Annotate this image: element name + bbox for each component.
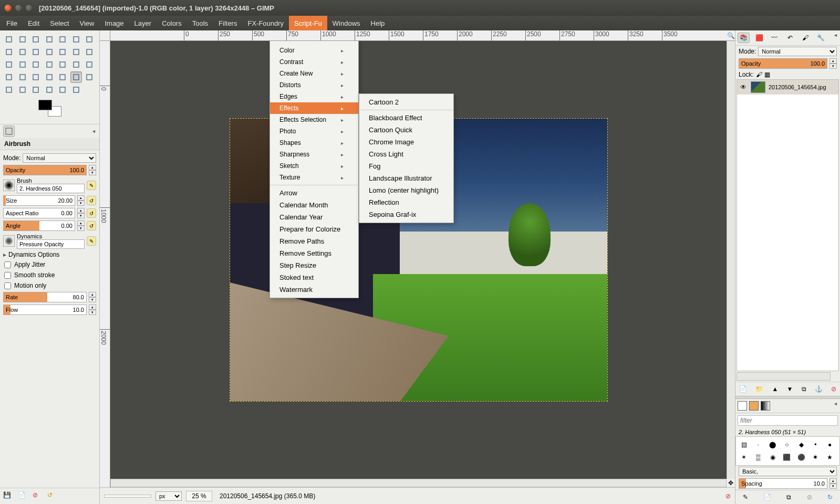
quickmask-toggle[interactable]: [100, 479, 110, 487]
menuitem-cartoon[interactable]: Cartoon 2: [359, 96, 453, 108]
menu-tools[interactable]: Tools: [187, 16, 213, 30]
smudge-icon[interactable]: [57, 84, 68, 96]
menuitem-lomocenterhighlight[interactable]: Lomo (center highlight): [359, 184, 453, 196]
menu-filters[interactable]: Filters: [213, 16, 242, 30]
menu-fxfoundry[interactable]: FX-Foundry: [242, 16, 289, 30]
paths-icon[interactable]: [3, 46, 15, 58]
menuitem-shapes[interactable]: Shapes▸: [270, 137, 358, 149]
menuitem-cartoonquick[interactable]: Cartoon Quick: [359, 124, 453, 136]
menuitem-distorts[interactable]: Distorts▸: [270, 79, 358, 91]
menuitem-crosslight[interactable]: Cross Light: [359, 148, 453, 160]
size-slider[interactable]: Size 20.00: [3, 195, 75, 206]
bucket-fill-icon[interactable]: [3, 71, 15, 83]
layers-tab-icon[interactable]: 📚: [738, 33, 750, 43]
menu-colors[interactable]: Colors: [157, 16, 187, 30]
delete-layer-icon[interactable]: ⊘: [831, 385, 836, 393]
menuitem-reflection[interactable]: Reflection: [359, 196, 453, 208]
aspect-ratio-slider[interactable]: Aspect Ratio 0.00: [3, 208, 75, 218]
menu-image[interactable]: Image: [99, 16, 129, 30]
duplicate-layer-icon[interactable]: ⧉: [802, 385, 806, 393]
new-layer-icon[interactable]: 📄: [739, 385, 747, 393]
paths-tab-icon[interactable]: 〰: [769, 33, 781, 43]
flow-spinner[interactable]: ▴▾: [89, 304, 96, 315]
menuitem-edges[interactable]: Edges▸: [270, 91, 358, 102]
eraser-icon[interactable]: [57, 71, 68, 83]
ink-icon[interactable]: [84, 71, 95, 83]
menuitem-removesettings[interactable]: Remove Settings: [270, 247, 358, 259]
mode-select[interactable]: Normal: [23, 153, 96, 163]
menuitem-sharpness[interactable]: Sharpness▸: [270, 149, 358, 160]
menuitem-landscapeillustrator[interactable]: Landscape Illustrator: [359, 172, 453, 184]
channels-tab-icon[interactable]: 🟥: [753, 33, 765, 43]
menu-scriptfu[interactable]: Script-Fu: [289, 16, 327, 30]
menu-windows[interactable]: Windows: [327, 16, 366, 30]
rect-select-icon[interactable]: [3, 34, 15, 45]
brush-filter-input[interactable]: [738, 415, 838, 426]
angle-reset-button[interactable]: ↺: [87, 221, 96, 230]
menuitem-chromeimage[interactable]: Chrome Image: [359, 136, 453, 148]
menuitem-effects[interactable]: Effects▸: [270, 102, 358, 114]
new-brush-icon[interactable]: 📄: [763, 494, 771, 501]
zoom-fit-icon[interactable]: 🔍: [727, 30, 735, 41]
menuitem-createnew[interactable]: Create New▸: [270, 68, 358, 79]
duplicate-brush-icon[interactable]: ⧉: [786, 494, 791, 501]
pencil-icon[interactable]: [30, 71, 42, 83]
zoom-icon[interactable]: [30, 46, 42, 58]
brush-thumb[interactable]: ▒: [752, 452, 764, 463]
foreground-select-icon[interactable]: [84, 34, 95, 45]
brush-edit-button[interactable]: ✎: [87, 181, 96, 190]
gradients-tab[interactable]: [761, 401, 770, 411]
brush-thumb[interactable]: ◉: [767, 452, 779, 463]
horizontal-ruler[interactable]: 0250500750100012501500175020002250250027…: [110, 30, 727, 41]
window-maximize-button[interactable]: [25, 4, 33, 12]
menu-layer[interactable]: Layer: [129, 16, 157, 30]
dynamics-options-expander[interactable]: ▸ Dynamics Options: [3, 250, 96, 259]
color-picker-icon[interactable]: [17, 46, 28, 58]
heal-icon[interactable]: [17, 84, 28, 96]
dynamics-edit-button[interactable]: ✎: [87, 236, 96, 246]
menuitem-effectsselection[interactable]: Effects Selection▸: [270, 114, 358, 125]
menuitem-calendarmonth[interactable]: Calendar Month: [270, 199, 358, 211]
dodge-icon[interactable]: [70, 84, 82, 96]
layer-opacity-spinner[interactable]: ▴▾: [829, 58, 837, 69]
spacing-slider[interactable]: Spacing 10.0: [739, 478, 827, 489]
menuitem-sepoinagrafix[interactable]: Sepoina Graf-ix: [359, 208, 453, 220]
brushes-tab[interactable]: [738, 401, 747, 411]
brush-thumb[interactable]: ○: [781, 439, 793, 450]
brush-grid[interactable]: ▤·⬤○◆•●✶▒◉⬛⚫✷★: [735, 436, 840, 466]
layer-mode-select[interactable]: Normal: [758, 47, 837, 56]
brush-name-field[interactable]: 2. Hardness 050: [17, 184, 85, 193]
ruler-corner[interactable]: [100, 30, 110, 41]
brush-thumb[interactable]: ✶: [738, 452, 750, 463]
rate-slider[interactable]: Rate 80.0: [3, 292, 87, 302]
layer-visibility-icon[interactable]: 👁: [740, 83, 748, 91]
paintbrush-icon[interactable]: [44, 71, 55, 83]
airbrush-icon[interactable]: [70, 71, 82, 83]
menuitem-artist[interactable]: Artist▸: [270, 41, 358, 45]
foreground-color[interactable]: [38, 100, 52, 110]
tool-options-tab-icon[interactable]: [3, 125, 15, 137]
color-swatch[interactable]: [38, 100, 61, 117]
brush-thumb[interactable]: ⬤: [767, 439, 779, 450]
angle-spinner[interactable]: ▴▾: [77, 220, 85, 231]
crop-icon[interactable]: [84, 46, 95, 58]
menu-select[interactable]: Select: [45, 16, 74, 30]
size-spinner[interactable]: ▴▾: [77, 195, 85, 206]
brush-thumb[interactable]: ⚫: [795, 452, 807, 463]
shear-icon[interactable]: [30, 59, 42, 70]
menu-help[interactable]: Help: [366, 16, 390, 30]
menuitem-watermark[interactable]: Watermark: [270, 284, 358, 296]
layers-list[interactable]: 👁 20120506_145654.jpg: [737, 79, 839, 371]
save-preset-icon[interactable]: 💾: [3, 491, 13, 501]
brush-thumb[interactable]: ◆: [795, 439, 807, 450]
perspective-icon[interactable]: [44, 59, 55, 70]
layer-down-icon[interactable]: ▼: [786, 385, 793, 393]
delete-preset-icon[interactable]: ⊘: [33, 491, 42, 501]
brush-thumb[interactable]: ●: [824, 439, 836, 450]
blur-icon[interactable]: [44, 84, 55, 96]
scissors-icon[interactable]: [70, 34, 82, 45]
undo-history-tab-icon[interactable]: ↶: [784, 33, 796, 43]
fuzzy-select-icon[interactable]: [44, 34, 55, 45]
size-reset-button[interactable]: ↺: [87, 196, 96, 205]
rotate-icon[interactable]: [3, 59, 15, 70]
